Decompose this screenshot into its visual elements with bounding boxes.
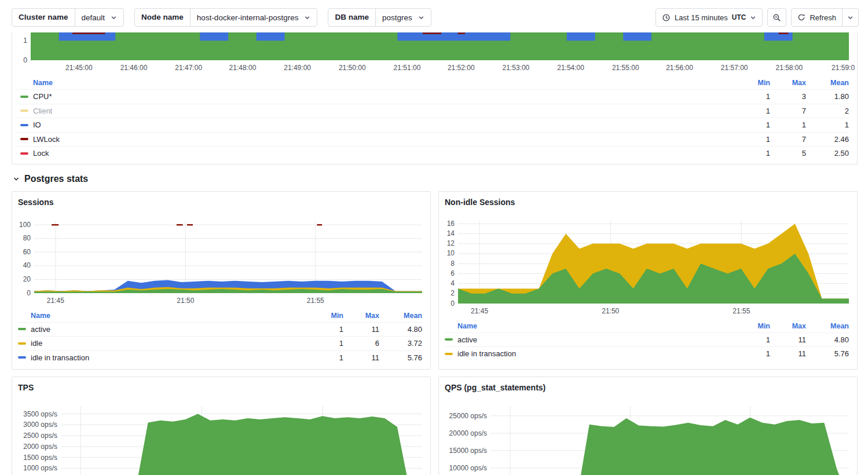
x-tick-label: 21:54:00	[557, 64, 584, 72]
legend-row-lwlock[interactable]: LWLock172.46	[16, 132, 849, 147]
chevron-down-icon	[847, 14, 854, 21]
legend-row-client[interactable]: Client172	[16, 104, 849, 118]
panel-non-idle-sessions: Non-idle Sessions 161412108642021:4521:5…	[438, 191, 858, 370]
y-tick-label: 6	[445, 269, 455, 277]
legend-col-max[interactable]: Max	[343, 312, 379, 320]
series-max: 11	[343, 353, 379, 362]
qps-chart: 25000 ops/s20000 ops/s15000 ops/s10000 o…	[445, 406, 849, 475]
sessions-plot-area[interactable]	[34, 221, 422, 293]
panel-title[interactable]: Non-idle Sessions	[445, 198, 849, 207]
legend-row-io[interactable]: IO111	[16, 118, 849, 132]
panel-title[interactable]: TPS	[18, 383, 422, 392]
series-mean: 2.50	[806, 149, 849, 158]
qps-plot-area[interactable]	[490, 406, 849, 475]
refresh-interval-dropdown[interactable]	[842, 8, 859, 27]
zoom-out-button[interactable]	[767, 8, 786, 27]
sessions-chart: 10080604020021:4521:5021:55	[18, 221, 422, 308]
series-min: 1	[734, 349, 770, 358]
non_idle_sessions-plot-area[interactable]	[458, 221, 849, 304]
y-tick-label: 80	[18, 234, 31, 242]
non-idle-sessions-legend: NameMinMaxMeanactive1114.80idle in trans…	[445, 320, 849, 361]
db-variable: DB name postgres	[328, 8, 431, 27]
legend-col-max[interactable]: Max	[770, 79, 806, 87]
series-color-marker	[18, 328, 26, 330]
x-tick-label: 21:57:00	[721, 64, 748, 72]
wait-events-chart: 1021:45:0021:46:0021:47:0021:48:0021:49:…	[16, 32, 849, 75]
x-tick-label: 21:51:00	[394, 64, 421, 72]
time-range-label: Last 15 minutes	[675, 13, 728, 22]
legend-row-cpu-[interactable]: CPU*131.80	[16, 89, 849, 104]
y-tick-label: 16	[445, 220, 455, 228]
non_idle_sessions-svg	[458, 221, 849, 304]
legend-row-lock[interactable]: Lock152.50	[16, 146, 849, 160]
y-tick-label: 1500 ops/s	[18, 454, 57, 462]
legend-row-active[interactable]: active1114.80	[18, 322, 422, 337]
series-mean: 5.76	[806, 349, 849, 358]
legend-col-name[interactable]: Name	[18, 312, 307, 320]
wait_events-plot-area[interactable]	[31, 32, 849, 60]
legend-header: NameMinMaxMean	[445, 320, 849, 332]
node-name-select[interactable]: host-docker-internal-postgres	[190, 8, 318, 27]
x-tick-label: 21:47:00	[175, 64, 202, 72]
panel-title[interactable]: Sessions	[18, 198, 422, 207]
series-mean: 1	[806, 120, 849, 129]
legend-col-min[interactable]: Min	[734, 79, 770, 87]
series-name: idle in transaction	[31, 353, 307, 362]
series-min: 1	[307, 353, 343, 362]
series-mean: 2.46	[806, 135, 849, 144]
legend-col-max[interactable]: Max	[770, 322, 806, 330]
db-name-label: DB name	[328, 8, 376, 27]
legend-row-idle[interactable]: idle163.72	[18, 336, 422, 350]
section-postgres-stats[interactable]: Postgres stats	[13, 174, 868, 184]
y-tick-label: 100	[18, 221, 31, 229]
series-color-marker	[20, 152, 28, 155]
y-tick-label: 15000 ops/s	[445, 447, 487, 455]
legend-header: NameMinMaxMean	[18, 309, 422, 322]
time-controls: Last 15 minutes UTC Refresh	[655, 8, 859, 27]
legend-col-min[interactable]: Min	[734, 322, 770, 330]
legend-col-mean[interactable]: Mean	[806, 322, 849, 330]
clock-icon	[662, 13, 671, 22]
x-tick-label: 21:58:00	[775, 64, 803, 72]
x-tick-label: 21:55:00	[612, 64, 639, 72]
series-name: active	[457, 335, 734, 344]
x-tick-label: 21:55	[307, 297, 324, 305]
series-mean: 4.80	[806, 335, 849, 344]
series-name: idle	[31, 339, 307, 348]
legend-row-idle-in-transaction[interactable]: idle in transaction1115.76	[445, 346, 849, 361]
time-range-picker[interactable]: Last 15 minutes UTC	[655, 8, 763, 27]
x-tick-label: 21:55	[733, 307, 750, 315]
series-mean: 2	[806, 107, 849, 115]
y-tick-label: 1	[16, 36, 27, 45]
legend-col-name[interactable]: Name	[445, 322, 734, 330]
legend-row-idle-in-transaction[interactable]: idle in transaction1115.76	[18, 350, 422, 365]
legend-col-mean[interactable]: Mean	[379, 312, 422, 320]
legend-col-mean[interactable]: Mean	[806, 79, 849, 87]
y-tick-label: 20	[18, 275, 31, 283]
wait-events-legend: NameMinMaxMeanCPU*131.80Client172IO111LW…	[16, 76, 849, 160]
cluster-name-value: default	[82, 13, 105, 22]
panels-grid: Sessions 10080604020021:4521:5021:55 Nam…	[12, 191, 858, 475]
y-tick-label: 0	[445, 299, 455, 308]
x-tick-label: 21:50	[177, 297, 194, 305]
section-title: Postgres stats	[24, 174, 88, 184]
legend-row-active[interactable]: active1114.80	[445, 332, 849, 347]
legend-col-name[interactable]: Name	[20, 79, 734, 87]
series-max: 3	[770, 92, 806, 101]
tps-plot-area[interactable]	[61, 406, 422, 475]
series-name: IO	[33, 120, 734, 129]
zoom-out-icon	[772, 13, 781, 22]
panel-tps: TPS 3500 ops/s3000 ops/s2500 ops/s2000 o…	[12, 377, 431, 475]
y-tick-label: 8	[445, 260, 455, 268]
db-name-select[interactable]: postgres	[375, 8, 431, 27]
node-name-value: host-docker-internal-postgres	[197, 13, 299, 22]
series-max: 11	[343, 325, 379, 334]
series-color-marker	[18, 342, 26, 345]
tps-chart: 3500 ops/s3000 ops/s2500 ops/s2000 ops/s…	[18, 406, 422, 475]
series-min: 1	[734, 149, 770, 158]
refresh-button[interactable]: Refresh	[791, 8, 843, 27]
legend-col-min[interactable]: Min	[307, 312, 343, 320]
series-min: 1	[734, 120, 770, 129]
panel-title[interactable]: QPS (pg_stat_statements)	[445, 383, 849, 392]
cluster-name-select[interactable]: default	[75, 8, 124, 27]
